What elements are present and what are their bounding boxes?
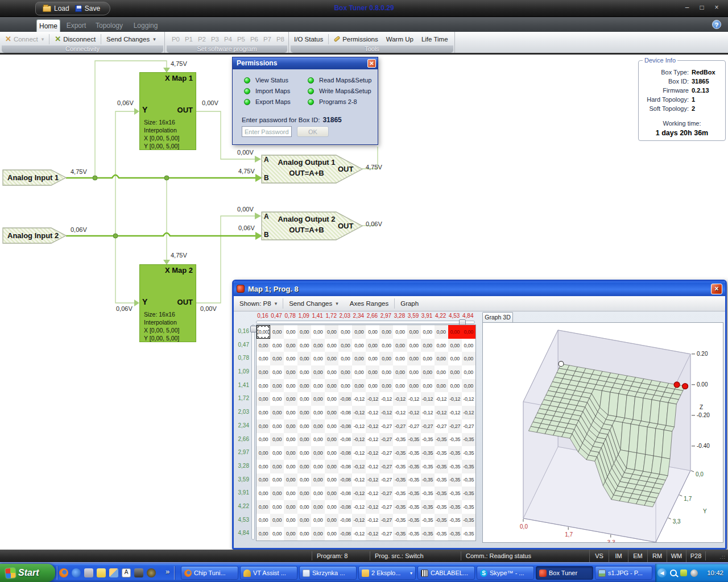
- grid-cell[interactable]: -0,12: [435, 406, 448, 419]
- grid-cell[interactable]: 0,00: [393, 379, 407, 393]
- grid-cell[interactable]: 0,00: [325, 460, 338, 473]
- grid-cell[interactable]: -0,08: [338, 392, 352, 406]
- grid-cell[interactable]: 0,00: [257, 406, 270, 419]
- grid-cell[interactable]: 0,00: [257, 352, 270, 365]
- grid-cell[interactable]: 0,00: [311, 325, 325, 339]
- grid-cell[interactable]: -0,12: [435, 392, 448, 406]
- grid-cell[interactable]: -0,12: [352, 500, 366, 514]
- grid-cell[interactable]: -0,08: [338, 446, 352, 460]
- grid-cell[interactable]: 0,00: [257, 433, 270, 447]
- grid-cell[interactable]: 0,00: [284, 339, 297, 352]
- grid-cell[interactable]: -0,35: [448, 433, 462, 447]
- send-changes-dropdown[interactable]: Send Changes▾: [283, 296, 344, 311]
- io-status-button[interactable]: I/O Status: [290, 33, 327, 45]
- permissions-dialog-titlebar[interactable]: Permissions: [233, 57, 378, 69]
- taskbar-button-skype[interactable]: Skype™ - ...: [477, 566, 534, 580]
- grid-cell[interactable]: 0,00: [311, 419, 325, 433]
- grid-cell[interactable]: 0,00: [284, 352, 297, 365]
- grid-cell[interactable]: 0,00: [257, 487, 270, 500]
- grid-cell[interactable]: -0,08: [338, 487, 352, 500]
- program-button-p4[interactable]: P4: [222, 36, 234, 43]
- grid-cell[interactable]: -0,27: [435, 419, 448, 433]
- grid-cell[interactable]: -0,12: [366, 487, 379, 500]
- movie-icon[interactable]: [134, 568, 143, 577]
- images-icon[interactable]: [109, 568, 118, 577]
- grid-cell[interactable]: 0,00: [270, 514, 284, 527]
- grid-cell[interactable]: -0,12: [448, 392, 462, 406]
- grid-cell[interactable]: 0,00: [297, 460, 311, 473]
- life-time-button[interactable]: Life Time: [417, 33, 452, 45]
- grid-cell[interactable]: -0,27: [379, 433, 393, 447]
- graph-button[interactable]: Graph: [395, 296, 424, 311]
- grid-cell[interactable]: -0,35: [448, 527, 462, 541]
- grid-cell[interactable]: -0,12: [352, 514, 366, 527]
- grid-cell[interactable]: -0,35: [462, 473, 475, 487]
- grid-cell[interactable]: 0,00: [284, 406, 297, 419]
- grid-cell[interactable]: 0,00: [393, 325, 407, 339]
- grid-cell[interactable]: -0,35: [435, 460, 448, 473]
- grid-cell[interactable]: -0,35: [435, 487, 448, 500]
- grid-cell[interactable]: 0,00: [325, 473, 338, 487]
- grid-cell[interactable]: 0,00: [366, 379, 379, 393]
- grid-cell[interactable]: 0,00: [297, 419, 311, 433]
- grid-cell[interactable]: 0,00: [421, 339, 435, 352]
- grid-cell[interactable]: 0,00: [270, 446, 284, 460]
- program-button-p2[interactable]: P2: [196, 36, 208, 43]
- taskbar-button-mail[interactable]: Skrzynka ...: [299, 566, 357, 580]
- grid-cell[interactable]: 0,00: [270, 487, 284, 500]
- grid-cell[interactable]: 0,00: [325, 406, 338, 419]
- grid-cell[interactable]: -0,35: [462, 446, 475, 460]
- grid-cell[interactable]: -0,12: [352, 446, 366, 460]
- tab-logging[interactable]: Logging: [130, 19, 162, 32]
- grid-cell[interactable]: -0,27: [393, 419, 407, 433]
- grid-cell[interactable]: -0,27: [379, 487, 393, 500]
- grid-cell[interactable]: -0,12: [366, 406, 379, 419]
- taskbar-button-image[interactable]: s1.JPG - P...: [595, 566, 652, 580]
- grid-cell[interactable]: 0,00: [338, 365, 352, 379]
- grid-cell[interactable]: -0,35: [393, 446, 407, 460]
- grid-cell[interactable]: 0,00: [325, 379, 338, 393]
- grid-cell[interactable]: 0,00: [393, 352, 407, 365]
- grid-cell[interactable]: 0,00: [297, 514, 311, 527]
- program-button-p6[interactable]: P6: [248, 36, 260, 43]
- surface-marker[interactable]: [559, 361, 564, 367]
- grid-cell[interactable]: 0,00: [311, 365, 325, 379]
- taskbar-button-boxtuner[interactable]: Box Tuner: [536, 566, 593, 580]
- grid-cell[interactable]: 0,00: [297, 392, 311, 406]
- map2-block[interactable]: X Map 2 Y OUT Size: 16x16Interpolation X…: [139, 264, 196, 342]
- grid-cell[interactable]: 0,00: [435, 339, 448, 352]
- grid-cell[interactable]: -0,35: [393, 527, 407, 541]
- tray-collapse-icon[interactable]: ◀: [657, 568, 667, 577]
- notes-icon[interactable]: [97, 568, 106, 577]
- taskbar-button-key[interactable]: VT Assist ...: [240, 566, 297, 580]
- grid-cell[interactable]: -0,27: [379, 460, 393, 473]
- grid-cell[interactable]: 0,00: [311, 487, 325, 500]
- grid-cell[interactable]: 0,00: [325, 419, 338, 433]
- grid-cell[interactable]: 0,00: [284, 473, 297, 487]
- program-button-p5[interactable]: P5: [235, 36, 247, 43]
- grid-cell[interactable]: -0,35: [407, 473, 421, 487]
- grid-cell[interactable]: 0,00: [352, 339, 366, 352]
- grid-cell[interactable]: 0,00: [325, 446, 338, 460]
- grid-cell[interactable]: -0,35: [421, 473, 435, 487]
- grid-cell[interactable]: -0,35: [407, 514, 421, 527]
- grid-cell[interactable]: 0,00: [311, 446, 325, 460]
- grid-cell[interactable]: -0,12: [366, 433, 379, 447]
- grid-cell[interactable]: -0,35: [421, 487, 435, 500]
- grid-cell[interactable]: -0,35: [393, 487, 407, 500]
- grid-cell[interactable]: 0,00: [270, 500, 284, 514]
- grid-cell[interactable]: -0,35: [435, 446, 448, 460]
- grid-cell[interactable]: 0,00: [270, 406, 284, 419]
- grid-cell[interactable]: 0,00: [257, 527, 270, 541]
- maximize-button[interactable]: □: [697, 3, 706, 11]
- grid-cell[interactable]: 0,00: [257, 379, 270, 393]
- firefox-icon[interactable]: [59, 568, 68, 577]
- grid-cell[interactable]: -0,35: [435, 500, 448, 514]
- grid-cell[interactable]: -0,12: [379, 406, 393, 419]
- grid-cell[interactable]: -0,12: [352, 473, 366, 487]
- grid-cell[interactable]: 0,00: [421, 365, 435, 379]
- grid-cell[interactable]: 0,00: [325, 514, 338, 527]
- grid-cell[interactable]: -0,12: [421, 406, 435, 419]
- permissions-close-icon[interactable]: ✕: [367, 59, 376, 68]
- grid-cell[interactable]: 0,00: [379, 379, 393, 393]
